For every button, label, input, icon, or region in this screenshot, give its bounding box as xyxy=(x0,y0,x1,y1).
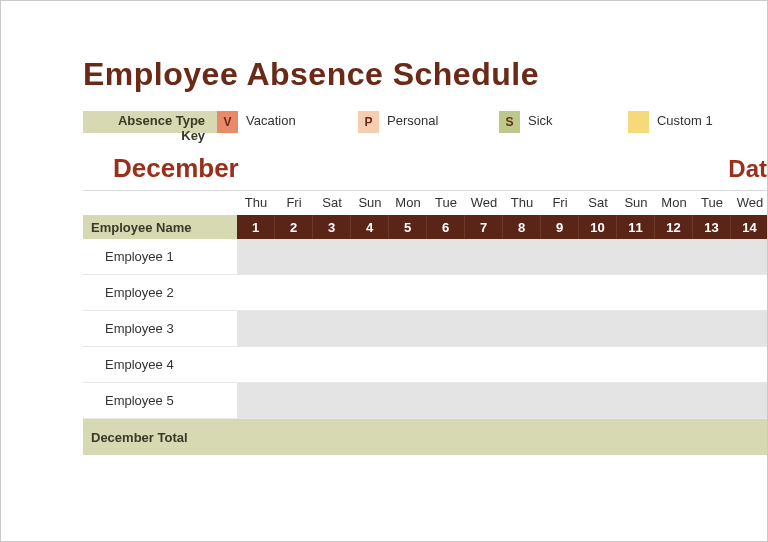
absence-cell[interactable] xyxy=(731,239,768,274)
absence-cell[interactable] xyxy=(731,275,768,310)
absence-cell[interactable] xyxy=(427,347,465,382)
absence-cell[interactable] xyxy=(351,239,389,274)
absence-cell[interactable] xyxy=(465,347,503,382)
weekday-row-spacer xyxy=(83,191,237,215)
absence-cell[interactable] xyxy=(351,311,389,346)
absence-cell[interactable] xyxy=(427,275,465,310)
absence-cell[interactable] xyxy=(351,275,389,310)
total-cell xyxy=(579,419,617,455)
absence-cell[interactable] xyxy=(731,347,768,382)
absence-cell[interactable] xyxy=(693,383,731,418)
absence-cell[interactable] xyxy=(503,239,541,274)
absence-cell[interactable] xyxy=(237,347,275,382)
absence-cell[interactable] xyxy=(655,239,693,274)
weekday-label: Sun xyxy=(351,191,389,215)
absence-cell[interactable] xyxy=(731,383,768,418)
total-cell xyxy=(617,419,655,455)
absence-cell[interactable] xyxy=(503,311,541,346)
day-number-cell: 3 xyxy=(313,215,351,239)
employee-name-cell[interactable]: Employee 5 xyxy=(83,383,237,418)
absence-cell[interactable] xyxy=(693,311,731,346)
absence-cell[interactable] xyxy=(275,275,313,310)
absence-cell[interactable] xyxy=(313,311,351,346)
absence-cell[interactable] xyxy=(579,347,617,382)
absence-cell[interactable] xyxy=(313,275,351,310)
absence-cell[interactable] xyxy=(503,347,541,382)
employee-name-cell[interactable]: Employee 2 xyxy=(83,275,237,310)
total-cell xyxy=(693,419,731,455)
total-cell xyxy=(541,419,579,455)
day-number-cell: 7 xyxy=(465,215,503,239)
absence-cell[interactable] xyxy=(731,311,768,346)
absence-cell[interactable] xyxy=(541,383,579,418)
absence-cell[interactable] xyxy=(465,383,503,418)
absence-cell[interactable] xyxy=(655,275,693,310)
employee-name-cell[interactable]: Employee 3 xyxy=(83,311,237,346)
day-number-cell: 10 xyxy=(579,215,617,239)
absence-cell[interactable] xyxy=(427,383,465,418)
absence-cell[interactable] xyxy=(579,383,617,418)
employee-row: Employee 1 xyxy=(83,239,768,275)
absence-cell[interactable] xyxy=(617,347,655,382)
absence-cell[interactable] xyxy=(655,311,693,346)
absence-cell[interactable] xyxy=(541,239,579,274)
absence-cell[interactable] xyxy=(617,239,655,274)
absence-cell[interactable] xyxy=(427,239,465,274)
absence-cell[interactable] xyxy=(313,239,351,274)
absence-cell[interactable] xyxy=(541,347,579,382)
absence-cell[interactable] xyxy=(465,239,503,274)
absence-cell[interactable] xyxy=(465,311,503,346)
absence-cell[interactable] xyxy=(693,239,731,274)
absence-cell[interactable] xyxy=(237,311,275,346)
absence-cell[interactable] xyxy=(275,239,313,274)
absence-cell[interactable] xyxy=(465,275,503,310)
legend-swatch-sick: S xyxy=(499,111,520,133)
absence-cell[interactable] xyxy=(579,311,617,346)
absence-cell[interactable] xyxy=(389,383,427,418)
absence-cell[interactable] xyxy=(503,275,541,310)
weekday-label: Sat xyxy=(579,191,617,215)
absence-cell[interactable] xyxy=(351,383,389,418)
month-total-row: December Total xyxy=(83,419,768,455)
legend-bar: Absence Type Key V Vacation P Personal S… xyxy=(83,111,768,133)
absence-cell[interactable] xyxy=(237,383,275,418)
employee-name-cell[interactable]: Employee 4 xyxy=(83,347,237,382)
weekday-label: Wed xyxy=(465,191,503,215)
absence-cell[interactable] xyxy=(275,383,313,418)
total-cell xyxy=(313,419,351,455)
absence-cell[interactable] xyxy=(617,311,655,346)
absence-cell[interactable] xyxy=(275,347,313,382)
absence-cell[interactable] xyxy=(275,311,313,346)
employee-row: Employee 3 xyxy=(83,311,768,347)
absence-cell[interactable] xyxy=(617,383,655,418)
absence-cell[interactable] xyxy=(617,275,655,310)
absence-cell[interactable] xyxy=(389,347,427,382)
absence-cell[interactable] xyxy=(579,239,617,274)
total-cell xyxy=(427,419,465,455)
absence-cell[interactable] xyxy=(351,347,389,382)
absence-cell[interactable] xyxy=(541,311,579,346)
absence-cell[interactable] xyxy=(313,383,351,418)
employee-name-cell[interactable]: Employee 1 xyxy=(83,239,237,274)
total-cell xyxy=(655,419,693,455)
absence-cell[interactable] xyxy=(389,311,427,346)
absence-cell[interactable] xyxy=(427,311,465,346)
total-cell xyxy=(237,419,275,455)
absence-cell[interactable] xyxy=(313,347,351,382)
absence-cell[interactable] xyxy=(693,347,731,382)
absence-cell[interactable] xyxy=(237,239,275,274)
absence-cell[interactable] xyxy=(655,383,693,418)
weekday-label: Wed xyxy=(731,191,768,215)
legend-swatch-vacation: V xyxy=(217,111,238,133)
absence-cell[interactable] xyxy=(237,275,275,310)
weekday-label: Thu xyxy=(503,191,541,215)
absence-cell[interactable] xyxy=(693,275,731,310)
absence-cell[interactable] xyxy=(503,383,541,418)
absence-cell[interactable] xyxy=(389,239,427,274)
day-number-cell: 2 xyxy=(275,215,313,239)
absence-cell[interactable] xyxy=(541,275,579,310)
absence-cell[interactable] xyxy=(655,347,693,382)
day-number-row: Employee Name 1 2 3 4 5 6 7 8 9 10 11 12… xyxy=(83,215,768,239)
absence-cell[interactable] xyxy=(579,275,617,310)
absence-cell[interactable] xyxy=(389,275,427,310)
